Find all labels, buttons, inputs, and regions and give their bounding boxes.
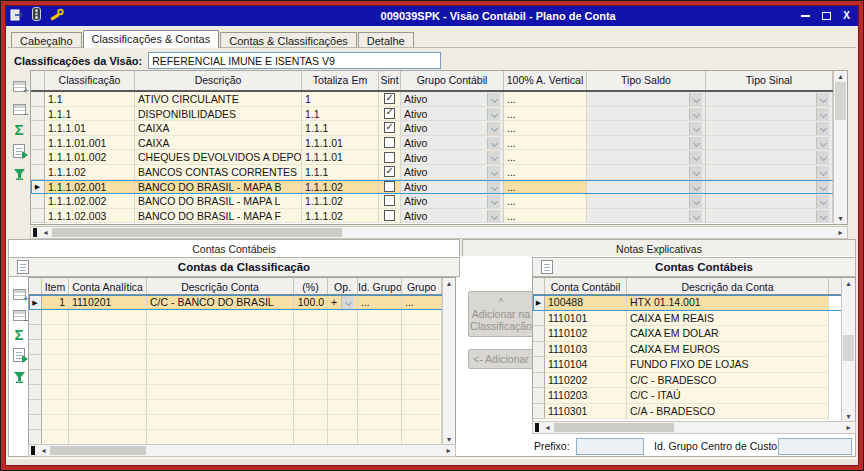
- export-icon[interactable]: [11, 143, 27, 159]
- horizontal-scrollbar[interactable]: ◂ ▸: [30, 226, 848, 239]
- row-selector[interactable]: [29, 340, 42, 355]
- row-selector[interactable]: ▶: [533, 295, 545, 311]
- add-to-classification-button[interactable]: ^ Adicionar na Classificação: [468, 291, 534, 337]
- row-selector[interactable]: [533, 404, 545, 420]
- row-selector[interactable]: [29, 370, 42, 385]
- row-selector[interactable]: [29, 400, 42, 415]
- dropdown-button[interactable]: [487, 166, 500, 179]
- id-grupo-cc-input[interactable]: [778, 438, 852, 455]
- dropdown-button[interactable]: [487, 181, 500, 194]
- scroll-left-icon[interactable]: ◂: [541, 422, 554, 433]
- dropdown-button[interactable]: [689, 166, 702, 179]
- scroll-right-icon[interactable]: ▸: [834, 227, 847, 238]
- sum-icon[interactable]: Σ: [11, 327, 27, 343]
- row-selector[interactable]: [533, 357, 545, 373]
- dropdown-button[interactable]: [487, 195, 500, 208]
- sint-checkbox[interactable]: [384, 93, 395, 104]
- horizontal-scrollbar[interactable]: ◂ ▸: [532, 421, 856, 434]
- table-row[interactable]: 1110104FUNDO FIXO DE LOJAS: [533, 357, 855, 373]
- add-row-icon[interactable]: [11, 286, 27, 302]
- close-button[interactable]: X: [843, 11, 850, 21]
- add-button[interactable]: <- Adicionar: [468, 349, 534, 369]
- tab-contas-contabeis[interactable]: Contas Contábeis: [8, 239, 460, 257]
- table-row[interactable]: 1.1.1.02.002BANCO DO BRASIL - MAPA L1.1.…: [31, 194, 847, 209]
- dropdown-button[interactable]: [487, 93, 500, 106]
- traffic-light-icon[interactable]: [32, 7, 41, 25]
- table-row[interactable]: 1110301C/A - BRADESCO: [533, 404, 855, 420]
- column-header[interactable]: Grupo Contábil: [401, 71, 504, 90]
- row-selector[interactable]: [31, 209, 45, 224]
- dropdown-button[interactable]: [816, 210, 829, 223]
- column-header[interactable]: Conta Contábil: [545, 278, 627, 294]
- column-header[interactable]: Descrição: [135, 71, 302, 90]
- table-row[interactable]: 1110103CAIXA EM EUROS: [533, 342, 855, 358]
- dropdown-button[interactable]: [689, 210, 702, 223]
- scroll-right-icon[interactable]: ▸: [842, 422, 855, 433]
- row-selector[interactable]: ▶: [29, 295, 42, 310]
- tab-classificacoes-contas[interactable]: Classificações & Contas: [83, 30, 220, 48]
- sint-checkbox[interactable]: [384, 137, 395, 148]
- column-header[interactable]: Conta Analítica: [69, 278, 147, 294]
- dropdown-button[interactable]: [689, 181, 702, 194]
- column-header[interactable]: Sint: [379, 71, 401, 90]
- row-selector[interactable]: [31, 150, 45, 165]
- table-row[interactable]: 1110203C/C - ITAÚ: [533, 388, 855, 404]
- scroll-left-icon[interactable]: ◂: [37, 445, 50, 456]
- row-selector[interactable]: [31, 121, 45, 136]
- dropdown-button[interactable]: [487, 137, 500, 150]
- prefixo-input[interactable]: [576, 438, 644, 455]
- go-to-end-icon[interactable]: [11, 369, 27, 385]
- horizontal-scrollbar[interactable]: ◂ ▸: [28, 444, 456, 457]
- row-selector[interactable]: [31, 194, 45, 209]
- dropdown-button[interactable]: [816, 122, 829, 135]
- dropdown-button[interactable]: [816, 108, 829, 121]
- table-row[interactable]: 1110202C/C - BRADESCO: [533, 373, 855, 389]
- delete-row-icon[interactable]: [11, 101, 27, 117]
- column-header[interactable]: Item: [42, 278, 69, 294]
- exit-icon[interactable]: [10, 7, 23, 25]
- sint-checkbox[interactable]: [384, 195, 395, 206]
- add-row-icon[interactable]: [11, 78, 27, 94]
- dropdown-button[interactable]: [816, 181, 829, 194]
- go-to-end-icon[interactable]: [11, 166, 27, 182]
- scroll-grip[interactable]: [33, 228, 37, 237]
- row-selector[interactable]: [31, 165, 45, 180]
- column-header[interactable]: (%): [294, 278, 328, 294]
- table-row[interactable]: 1110101CAIXA EM REAIS: [533, 311, 855, 327]
- vertical-scrollbar[interactable]: ▴ ▾: [442, 278, 455, 445]
- dropdown-button[interactable]: [689, 195, 702, 208]
- sint-checkbox[interactable]: [384, 108, 395, 119]
- scroll-grip[interactable]: [31, 446, 35, 455]
- row-selector[interactable]: [29, 415, 42, 430]
- sint-checkbox[interactable]: [384, 210, 395, 221]
- scroll-right-icon[interactable]: ▸: [442, 445, 455, 456]
- table-row[interactable]: 1.1.1.02.003BANCO DO BRASIL - MAPA F1.1.…: [31, 209, 847, 224]
- table-row[interactable]: 1.1.1.02BANCOS CONTAS CORRENTES1.1.1Ativ…: [31, 165, 847, 180]
- export-icon[interactable]: [11, 347, 27, 363]
- row-selector[interactable]: [533, 342, 545, 358]
- column-header[interactable]: Id. Grupo: [358, 278, 402, 294]
- row-selector[interactable]: ▶: [31, 180, 45, 195]
- sint-checkbox[interactable]: [384, 181, 395, 192]
- column-header[interactable]: Totaliza Em: [302, 71, 379, 90]
- table-row[interactable]: 1110102CAIXA EM DOLAR: [533, 326, 855, 342]
- table-row[interactable]: ▶1.1.1.02.001BANCO DO BRASIL - MAPA B1.1…: [31, 180, 847, 195]
- row-selector[interactable]: [533, 326, 545, 342]
- tab-detalhe[interactable]: Detalhe: [358, 32, 414, 48]
- column-header[interactable]: Descrição Conta: [147, 278, 294, 294]
- tab-cabecalho[interactable]: Cabeçalho: [11, 32, 82, 48]
- titlebar[interactable]: 009039SPK - Visão Contábil - Plano de Co…: [6, 6, 858, 26]
- wrench-icon[interactable]: [50, 7, 65, 25]
- table-row[interactable]: 1.1.1.01.002CHEQUES DEVOLVIDOS A DEPOSIT…: [31, 150, 847, 165]
- dropdown-button[interactable]: [689, 93, 702, 106]
- scroll-thumb[interactable]: [835, 82, 846, 120]
- dropdown-button[interactable]: [341, 296, 354, 309]
- row-selector[interactable]: [29, 355, 42, 370]
- sint-checkbox[interactable]: [384, 166, 395, 177]
- table-row[interactable]: 1.1ATIVO CIRCULANTE1Ativo...: [31, 92, 847, 107]
- scroll-thumb[interactable]: [50, 446, 146, 455]
- column-header[interactable]: Op.: [328, 278, 358, 294]
- row-selector[interactable]: [533, 311, 545, 327]
- dropdown-button[interactable]: [689, 108, 702, 121]
- dropdown-button[interactable]: [816, 137, 829, 150]
